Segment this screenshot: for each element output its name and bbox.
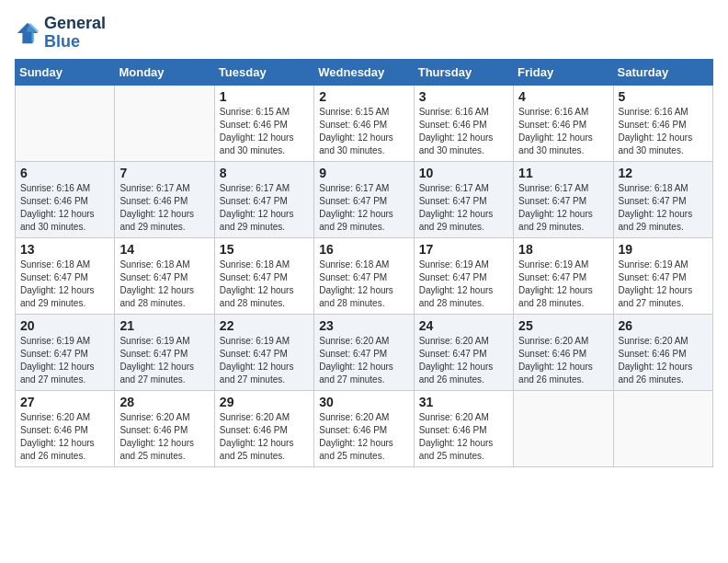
day-number: 21	[119, 318, 209, 333]
day-number: 14	[119, 242, 209, 257]
calendar-cell: 30Sunrise: 6:20 AMSunset: 6:46 PMDayligh…	[314, 390, 414, 466]
day-number: 25	[518, 318, 608, 333]
calendar-cell: 10Sunrise: 6:17 AMSunset: 6:47 PMDayligh…	[414, 161, 513, 237]
calendar-header-tuesday: Tuesday	[214, 59, 313, 85]
calendar-cell	[115, 85, 214, 161]
day-detail: Sunrise: 6:15 AMSunset: 6:46 PMDaylight:…	[220, 106, 309, 157]
day-number: 8	[220, 166, 309, 180]
calendar-week-row: 1Sunrise: 6:15 AMSunset: 6:46 PMDaylight…	[16, 85, 713, 161]
day-number: 26	[619, 318, 708, 333]
day-detail: Sunrise: 6:18 AMSunset: 6:47 PMDaylight:…	[20, 259, 109, 310]
day-number: 6	[20, 166, 109, 180]
day-detail: Sunrise: 6:19 AMSunset: 6:47 PMDaylight:…	[220, 335, 309, 386]
calendar-cell	[514, 390, 613, 466]
day-number: 3	[419, 89, 508, 104]
logo-icon	[15, 20, 40, 46]
day-detail: Sunrise: 6:18 AMSunset: 6:47 PMDaylight:…	[119, 259, 209, 310]
calendar-cell: 23Sunrise: 6:20 AMSunset: 6:47 PMDayligh…	[314, 314, 414, 390]
day-detail: Sunrise: 6:20 AMSunset: 6:46 PMDaylight:…	[619, 335, 708, 386]
day-detail: Sunrise: 6:20 AMSunset: 6:47 PMDaylight:…	[319, 335, 408, 386]
day-number: 30	[319, 395, 408, 409]
day-number: 5	[619, 89, 708, 104]
day-detail: Sunrise: 6:15 AMSunset: 6:46 PMDaylight:…	[319, 106, 408, 157]
day-number: 18	[518, 242, 608, 257]
calendar-cell: 22Sunrise: 6:19 AMSunset: 6:47 PMDayligh…	[214, 314, 313, 390]
day-number: 22	[220, 318, 309, 333]
calendar-cell: 19Sunrise: 6:19 AMSunset: 6:47 PMDayligh…	[613, 237, 712, 314]
calendar-cell: 26Sunrise: 6:20 AMSunset: 6:46 PMDayligh…	[613, 314, 712, 390]
calendar-week-row: 13Sunrise: 6:18 AMSunset: 6:47 PMDayligh…	[16, 237, 713, 314]
logo-text: General Blue	[44, 15, 106, 52]
day-number: 28	[119, 395, 209, 409]
day-detail: Sunrise: 6:19 AMSunset: 6:47 PMDaylight:…	[20, 335, 109, 386]
day-number: 17	[419, 242, 508, 257]
calendar-cell: 18Sunrise: 6:19 AMSunset: 6:47 PMDayligh…	[514, 237, 613, 314]
day-detail: Sunrise: 6:20 AMSunset: 6:46 PMDaylight:…	[20, 411, 109, 463]
day-number: 29	[220, 395, 309, 409]
day-detail: Sunrise: 6:18 AMSunset: 6:47 PMDaylight:…	[220, 259, 309, 310]
day-detail: Sunrise: 6:20 AMSunset: 6:46 PMDaylight:…	[220, 411, 309, 463]
calendar-cell: 20Sunrise: 6:19 AMSunset: 6:47 PMDayligh…	[16, 314, 115, 390]
calendar-cell: 12Sunrise: 6:18 AMSunset: 6:47 PMDayligh…	[613, 161, 712, 237]
calendar-cell	[613, 390, 712, 466]
logo: General Blue	[15, 15, 106, 52]
calendar-cell: 3Sunrise: 6:16 AMSunset: 6:46 PMDaylight…	[414, 85, 513, 161]
calendar-cell: 28Sunrise: 6:20 AMSunset: 6:46 PMDayligh…	[115, 390, 214, 466]
calendar-cell: 11Sunrise: 6:17 AMSunset: 6:47 PMDayligh…	[514, 161, 613, 237]
calendar-cell: 14Sunrise: 6:18 AMSunset: 6:47 PMDayligh…	[115, 237, 214, 314]
day-detail: Sunrise: 6:17 AMSunset: 6:47 PMDaylight:…	[518, 182, 608, 234]
day-detail: Sunrise: 6:20 AMSunset: 6:46 PMDaylight:…	[319, 411, 408, 463]
day-detail: Sunrise: 6:19 AMSunset: 6:47 PMDaylight:…	[619, 259, 708, 310]
day-detail: Sunrise: 6:19 AMSunset: 6:47 PMDaylight:…	[518, 259, 608, 310]
calendar-cell: 2Sunrise: 6:15 AMSunset: 6:46 PMDaylight…	[314, 85, 414, 161]
calendar-header-monday: Monday	[115, 59, 214, 85]
calendar-cell: 9Sunrise: 6:17 AMSunset: 6:47 PMDaylight…	[314, 161, 414, 237]
day-detail: Sunrise: 6:16 AMSunset: 6:46 PMDaylight:…	[419, 106, 508, 157]
day-number: 4	[518, 89, 608, 104]
calendar-cell: 8Sunrise: 6:17 AMSunset: 6:47 PMDaylight…	[214, 161, 313, 237]
day-detail: Sunrise: 6:17 AMSunset: 6:46 PMDaylight:…	[119, 182, 209, 234]
calendar-week-row: 20Sunrise: 6:19 AMSunset: 6:47 PMDayligh…	[16, 314, 713, 390]
calendar-header-row: SundayMondayTuesdayWednesdayThursdayFrid…	[16, 59, 713, 85]
day-number: 15	[220, 242, 309, 257]
calendar-cell: 17Sunrise: 6:19 AMSunset: 6:47 PMDayligh…	[414, 237, 513, 314]
day-detail: Sunrise: 6:20 AMSunset: 6:46 PMDaylight:…	[119, 411, 209, 463]
day-detail: Sunrise: 6:20 AMSunset: 6:47 PMDaylight:…	[419, 335, 508, 386]
calendar-header-thursday: Thursday	[414, 59, 513, 85]
calendar-cell: 25Sunrise: 6:20 AMSunset: 6:46 PMDayligh…	[514, 314, 613, 390]
calendar-cell: 1Sunrise: 6:15 AMSunset: 6:46 PMDaylight…	[214, 85, 313, 161]
calendar-header-sunday: Sunday	[16, 59, 115, 85]
day-detail: Sunrise: 6:20 AMSunset: 6:46 PMDaylight:…	[419, 411, 508, 463]
calendar-cell: 31Sunrise: 6:20 AMSunset: 6:46 PMDayligh…	[414, 390, 513, 466]
day-detail: Sunrise: 6:19 AMSunset: 6:47 PMDaylight:…	[419, 259, 508, 310]
day-number: 13	[20, 242, 109, 257]
calendar: SundayMondayTuesdayWednesdayThursdayFrid…	[15, 59, 713, 467]
calendar-cell: 24Sunrise: 6:20 AMSunset: 6:47 PMDayligh…	[414, 314, 513, 390]
calendar-header-saturday: Saturday	[613, 59, 712, 85]
calendar-cell: 29Sunrise: 6:20 AMSunset: 6:46 PMDayligh…	[214, 390, 313, 466]
calendar-cell: 15Sunrise: 6:18 AMSunset: 6:47 PMDayligh…	[214, 237, 313, 314]
svg-marker-0	[17, 23, 38, 43]
calendar-cell: 5Sunrise: 6:16 AMSunset: 6:46 PMDaylight…	[613, 85, 712, 161]
day-detail: Sunrise: 6:16 AMSunset: 6:46 PMDaylight:…	[518, 106, 608, 157]
calendar-header-friday: Friday	[514, 59, 613, 85]
day-number: 23	[319, 318, 408, 333]
day-detail: Sunrise: 6:18 AMSunset: 6:47 PMDaylight:…	[619, 182, 708, 234]
day-number: 11	[518, 166, 608, 180]
day-number: 16	[319, 242, 408, 257]
calendar-cell: 16Sunrise: 6:18 AMSunset: 6:47 PMDayligh…	[314, 237, 414, 314]
day-detail: Sunrise: 6:18 AMSunset: 6:47 PMDaylight:…	[319, 259, 408, 310]
day-number: 2	[319, 89, 408, 104]
day-number: 20	[20, 318, 109, 333]
day-detail: Sunrise: 6:16 AMSunset: 6:46 PMDaylight:…	[20, 182, 109, 234]
calendar-cell: 6Sunrise: 6:16 AMSunset: 6:46 PMDaylight…	[16, 161, 115, 237]
day-detail: Sunrise: 6:19 AMSunset: 6:47 PMDaylight:…	[119, 335, 209, 386]
day-detail: Sunrise: 6:16 AMSunset: 6:46 PMDaylight:…	[619, 106, 708, 157]
calendar-cell: 4Sunrise: 6:16 AMSunset: 6:46 PMDaylight…	[514, 85, 613, 161]
day-number: 10	[419, 166, 508, 180]
day-number: 27	[20, 395, 109, 409]
day-number: 24	[419, 318, 508, 333]
day-number: 12	[619, 166, 708, 180]
day-number: 1	[220, 89, 309, 104]
day-detail: Sunrise: 6:17 AMSunset: 6:47 PMDaylight:…	[419, 182, 508, 234]
